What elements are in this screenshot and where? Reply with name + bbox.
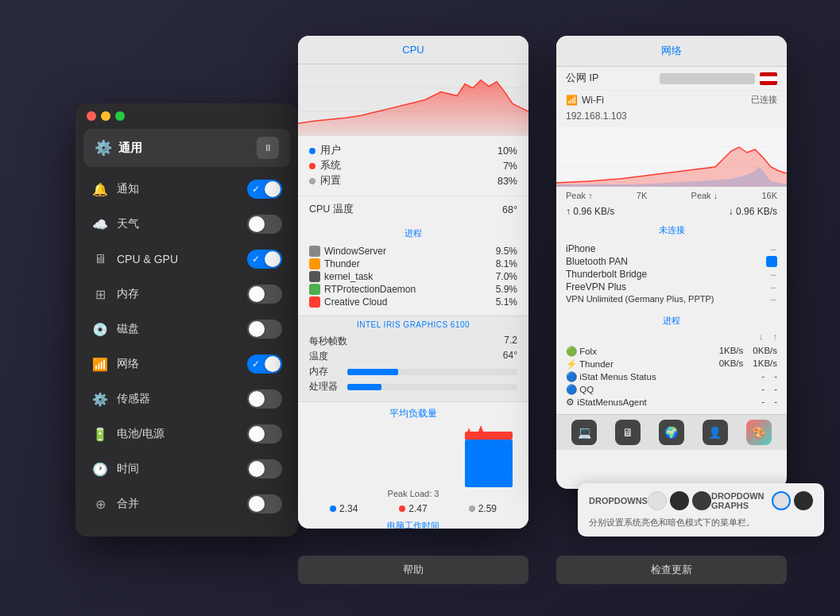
sidebar-item-weather[interactable]: ☁️ 天气 bbox=[83, 207, 290, 242]
titlebar bbox=[75, 103, 298, 129]
cpu-temp-val: 68° bbox=[502, 204, 517, 215]
col-up: ↑ bbox=[773, 331, 778, 341]
dropdowns-label: DROPDOWNS bbox=[589, 496, 648, 506]
process-row: Creative Cloud 5.1% bbox=[309, 296, 517, 308]
toggle-merge[interactable] bbox=[247, 494, 282, 513]
update-button[interactable]: 检查更新 bbox=[556, 556, 787, 584]
sidebar-item-merge[interactable]: ⊕ 合并 bbox=[83, 486, 290, 521]
public-ip-label: 公网 IP bbox=[566, 72, 598, 85]
connection-list: iPhone ↔ Bluetooth PAN Thunderbolt Bridg… bbox=[556, 240, 787, 310]
load-peak: Peak Load: 3 bbox=[298, 487, 528, 500]
sidebar-item-sensors[interactable]: ⚙️ 传感器 bbox=[83, 382, 290, 416]
graph-swatch-light[interactable] bbox=[772, 491, 791, 510]
sidebar-item-notifications[interactable]: 🔔 通知 ✓ bbox=[83, 172, 290, 207]
sidebar-item-cpu-gpu[interactable]: 🖥 CPU & GPU ✓ bbox=[83, 242, 290, 277]
system-label: 系统 bbox=[320, 159, 341, 172]
system-val: 7% bbox=[503, 161, 517, 172]
item-label-disk: 💿 磁盘 bbox=[91, 320, 139, 338]
process-icon bbox=[309, 271, 320, 282]
val2-label: 16K bbox=[761, 191, 777, 200]
disk-icon: 💿 bbox=[91, 320, 109, 338]
arrow-icon: ↔ bbox=[769, 245, 777, 254]
toggle-battery[interactable] bbox=[247, 424, 282, 444]
uptime-section: 电脑工作时间 bbox=[298, 517, 528, 529]
gpu-proc-bar bbox=[347, 384, 517, 390]
toggle-weather[interactable] bbox=[247, 215, 282, 234]
item-label-sensors: ⚙️ 传感器 bbox=[91, 390, 150, 408]
gpu-mem-bar bbox=[347, 369, 517, 375]
wifi-status: 已连接 bbox=[751, 94, 777, 106]
help-button[interactable]: 帮助 bbox=[298, 556, 528, 584]
sidebar-item-memory[interactable]: ⊞ 内存 bbox=[83, 277, 290, 312]
network-bottom-bar: 检查更新 bbox=[556, 556, 787, 584]
system-dot bbox=[309, 163, 315, 169]
col-down: ↓ bbox=[759, 331, 764, 341]
maximize-button[interactable] bbox=[115, 111, 125, 121]
net-tab-3[interactable]: 🌍 bbox=[659, 420, 684, 445]
toggle-notifications[interactable]: ✓ bbox=[247, 180, 282, 199]
network-icon: 📶 bbox=[91, 355, 109, 373]
ip-bar bbox=[660, 73, 755, 84]
net-icon-row: 💻 🖥 🌍 👤 🎨 bbox=[556, 414, 787, 450]
net-proc-folx: 🟢 Folx 1KB/s 0KB/s bbox=[566, 346, 777, 357]
settings-panel: ⚙️ 通用 ⏸ 🔔 通知 ✓ ☁️ 天气 bbox=[75, 103, 298, 537]
toggle-cpu-gpu[interactable]: ✓ bbox=[247, 250, 282, 269]
item-label-notifications: 🔔 通知 bbox=[91, 180, 139, 198]
net-proc-agent: ⚙ iStatMenusAgent - - bbox=[566, 397, 777, 408]
theme-row-dropdowns: DROPDOWNS DROPDOWN GRAPHS bbox=[589, 491, 813, 510]
net-proc-col-head: ↓ ↑ bbox=[556, 330, 787, 343]
toggle-time[interactable] bbox=[247, 459, 282, 478]
gpu-mem-label: 内存 bbox=[309, 365, 341, 378]
wifi-label: Wi-Fi bbox=[582, 95, 604, 106]
cpu-temp-label: CPU 温度 bbox=[309, 203, 354, 216]
settings-header-left: ⚙️ 通用 bbox=[95, 139, 142, 157]
cpu-temp-row: CPU 温度 68° bbox=[298, 196, 528, 223]
sidebar-item-battery[interactable]: 🔋 电池/电源 bbox=[83, 416, 290, 451]
toggle-sensors[interactable] bbox=[247, 389, 282, 409]
swatch-dark1[interactable] bbox=[670, 491, 689, 510]
item-label-cpu-gpu: 🖥 CPU & GPU bbox=[91, 250, 178, 268]
pause-button[interactable]: ⏸ bbox=[257, 137, 279, 159]
sidebar-item-time[interactable]: 🕐 时间 bbox=[83, 451, 290, 486]
memory-icon: ⊞ bbox=[91, 285, 109, 303]
minimize-button[interactable] bbox=[101, 111, 110, 121]
peak-down-label: Peak ↓ bbox=[691, 191, 718, 200]
arrow-icon: ↔ bbox=[769, 283, 777, 292]
arrow-icon: ↔ bbox=[769, 295, 777, 304]
net-tab-5[interactable]: 🎨 bbox=[746, 420, 772, 445]
toggle-network[interactable]: ✓ bbox=[247, 354, 282, 374]
speed-up: ↑ 0.96 KB/s bbox=[566, 206, 614, 217]
load-dot-blue bbox=[330, 506, 336, 512]
sidebar-item-network[interactable]: 📶 网络 ✓ bbox=[83, 347, 290, 382]
item-label-battery: 🔋 电池/电源 bbox=[91, 425, 165, 443]
theme-panel: DROPDOWNS DROPDOWN GRAPHS 分别设置系统亮色和暗色模式下… bbox=[578, 483, 824, 537]
toggle-disk[interactable] bbox=[247, 320, 282, 339]
gpu-title: INTEL IRIS GRAPHICS 6100 bbox=[298, 316, 528, 331]
conn-thunderbolt: Thunderbolt Bridge ↔ bbox=[566, 269, 777, 280]
pause-icon: ⏸ bbox=[263, 142, 273, 153]
net-tab-1[interactable]: 💻 bbox=[571, 420, 597, 445]
speed-down: ↓ 0.96 KB/s bbox=[729, 206, 777, 217]
graph-swatch-dark[interactable] bbox=[794, 491, 813, 510]
gpu-section: INTEL IRIS GRAPHICS 6100 每秒帧数 7.2 温度 64°… bbox=[298, 316, 528, 401]
process-row: kernel_task 7.0% bbox=[309, 271, 517, 282]
net-tab-4[interactable]: 👤 bbox=[703, 420, 728, 445]
swatch-dark2[interactable] bbox=[692, 491, 711, 510]
net-proc-qq: 🔵 QQ - - bbox=[566, 384, 777, 395]
close-button[interactable] bbox=[87, 111, 96, 121]
idle-val: 83% bbox=[497, 176, 517, 187]
net-proc-istat: 🔵 iStat Menus Status - - bbox=[566, 371, 777, 382]
conn-iphone: iPhone ↔ bbox=[566, 243, 777, 254]
process-section-title: 进程 bbox=[298, 223, 528, 242]
toggle-memory[interactable] bbox=[247, 285, 282, 304]
gpu-temp-val: 64° bbox=[503, 350, 517, 363]
swatch-light[interactable] bbox=[648, 491, 667, 510]
uptime-label: 电脑工作时间 bbox=[387, 521, 439, 529]
network-window-title: 网络 bbox=[556, 36, 787, 67]
gear-icon: ⚙️ bbox=[95, 139, 112, 157]
process-icon bbox=[309, 284, 320, 295]
sidebar-item-disk[interactable]: 💿 磁盘 bbox=[83, 312, 290, 347]
item-label-time: 🕐 时间 bbox=[91, 460, 139, 478]
load-chart bbox=[306, 424, 521, 487]
net-tab-2[interactable]: 🖥 bbox=[615, 420, 641, 445]
